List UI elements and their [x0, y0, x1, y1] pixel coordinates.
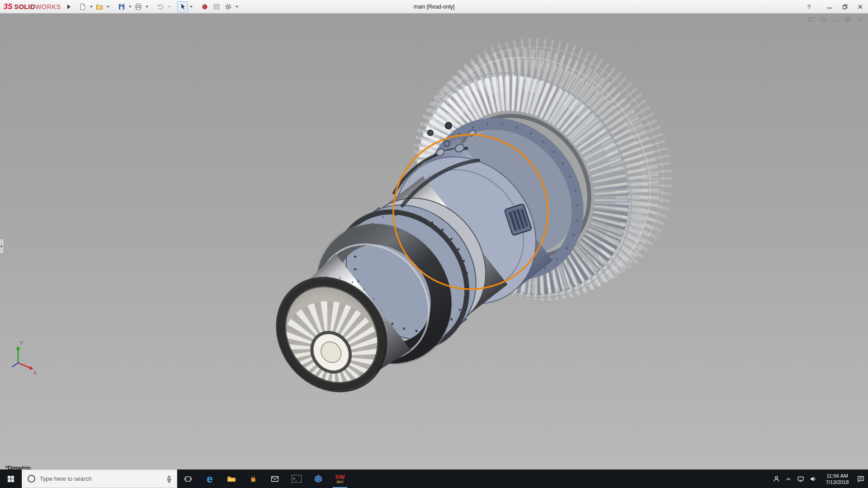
- triad-y-label: Y: [20, 341, 23, 346]
- new-document-button[interactable]: [77, 1, 88, 12]
- quick-access-toolbar: [77, 1, 239, 12]
- shopping-bag-icon: [250, 475, 257, 483]
- triad-x-label: X: [33, 371, 37, 375]
- logo-text-solid: SOLID: [14, 3, 35, 10]
- command-prompt-button[interactable]: >_: [286, 469, 307, 488]
- start-button[interactable]: [0, 469, 22, 488]
- help-button[interactable]: ?: [802, 4, 816, 10]
- windows-logo-icon: [7, 475, 14, 483]
- new-document-icon: [79, 3, 86, 10]
- select-cursor-icon: [179, 3, 186, 10]
- open-folder-icon: [96, 3, 103, 10]
- fitting-knob-2: [428, 130, 433, 136]
- solidworks-2017-button[interactable]: SW 2017: [329, 469, 351, 488]
- search-placeholder: Type here to search: [40, 475, 166, 482]
- minimize-button[interactable]: [822, 0, 837, 14]
- logo-text-works: WORKS: [35, 3, 61, 10]
- doc-close-icon[interactable]: [857, 17, 863, 22]
- print-dropdown-arrow[interactable]: [146, 6, 148, 9]
- doc-minimize-icon[interactable]: [832, 17, 838, 22]
- hexagon-app-icon: [314, 475, 322, 483]
- edge-icon: e: [207, 474, 212, 484]
- doc-restore-icon[interactable]: [844, 17, 850, 22]
- flyout-pane-icon[interactable]: [820, 17, 826, 22]
- open-button[interactable]: [94, 1, 105, 12]
- options-button[interactable]: [223, 1, 234, 12]
- view-orientation-label: *Dimetric: [5, 465, 31, 469]
- close-button[interactable]: [853, 0, 868, 14]
- triad-y-arrowhead: [16, 346, 20, 350]
- save-floppy-icon: [118, 3, 125, 10]
- edge-button[interactable]: e: [199, 469, 221, 488]
- undo-button[interactable]: [155, 1, 166, 12]
- taskbar-clock[interactable]: 11:56 AM 7/13/2018: [823, 473, 851, 485]
- engine-model[interactable]: [215, 14, 709, 463]
- undo-icon: [157, 3, 164, 10]
- solidworks-logo: 3S SOLID WORKS: [4, 3, 61, 11]
- document-window-controls: [808, 17, 863, 22]
- appearance-sphere-icon: [201, 3, 208, 10]
- clock-time: 11:56 AM: [823, 473, 851, 479]
- clock-date: 7/13/2018: [823, 479, 851, 485]
- file-explorer-button[interactable]: [221, 469, 242, 488]
- folder-icon: [227, 475, 236, 483]
- restore-button[interactable]: [837, 0, 853, 14]
- window-controls: ?: [802, 0, 868, 14]
- restore-icon: [842, 4, 848, 9]
- fitting-knob-1: [445, 122, 452, 129]
- save-button[interactable]: [116, 1, 127, 12]
- system-tray: 11:56 AM 7/13/2018: [773, 469, 868, 488]
- menu-expand-arrow-icon[interactable]: [67, 5, 73, 9]
- edrawings-button[interactable]: [307, 469, 329, 488]
- select-tool-button[interactable]: [177, 1, 188, 12]
- volume-icon[interactable]: [810, 476, 817, 482]
- mail-envelope-icon: [271, 476, 279, 482]
- new-dropdown-arrow[interactable]: [90, 6, 93, 9]
- minimize-icon: [827, 4, 832, 9]
- solidworks-window: 3S SOLID WORKS: [0, 0, 868, 488]
- undo-dropdown-arrow[interactable]: [168, 6, 170, 9]
- command-prompt-icon: >_: [292, 475, 302, 483]
- network-icon[interactable]: [797, 476, 804, 482]
- windows-taskbar: Type here to search e: [0, 469, 868, 488]
- action-center-icon[interactable]: [857, 475, 864, 482]
- graphics-viewport[interactable]: X Y *Dimetric: [0, 14, 868, 469]
- cortana-icon[interactable]: [28, 475, 35, 483]
- design-table-icon: [213, 3, 220, 10]
- select-dropdown-arrow[interactable]: [190, 6, 193, 9]
- ds-logo-mark: 3S: [4, 3, 13, 11]
- print-button[interactable]: [133, 1, 144, 12]
- store-button[interactable]: [242, 469, 264, 488]
- title-bar: 3S SOLID WORKS: [0, 0, 868, 14]
- triad-x-axis: [18, 363, 30, 368]
- open-dropdown-arrow[interactable]: [107, 6, 109, 9]
- solidworks-app-icon: SW 2017: [335, 474, 345, 483]
- appearances-button[interactable]: [199, 1, 210, 12]
- save-dropdown-arrow[interactable]: [129, 6, 132, 9]
- task-view-button[interactable]: [177, 469, 199, 488]
- mail-button[interactable]: [264, 469, 286, 488]
- design-table-button[interactable]: [211, 1, 222, 12]
- options-dropdown-arrow[interactable]: [236, 6, 238, 9]
- microphone-icon[interactable]: [166, 475, 172, 483]
- taskbar-search-box[interactable]: Type here to search: [22, 469, 177, 488]
- reference-triad: X Y: [12, 341, 37, 375]
- people-icon[interactable]: [773, 475, 780, 482]
- print-icon: [135, 3, 142, 10]
- display-pane-icon[interactable]: [808, 17, 814, 22]
- triad-x-arrowhead: [29, 366, 33, 370]
- viewport-canvas[interactable]: X Y: [0, 14, 868, 469]
- featuremanager-flyout-tab[interactable]: [0, 239, 4, 254]
- task-view-icon: [184, 475, 192, 483]
- gear-icon: [225, 3, 232, 10]
- document-title: main [Read-only]: [414, 0, 455, 14]
- triad-z-axis: [12, 363, 18, 367]
- close-icon: [858, 4, 863, 9]
- show-hidden-icons-chevron[interactable]: [786, 476, 791, 482]
